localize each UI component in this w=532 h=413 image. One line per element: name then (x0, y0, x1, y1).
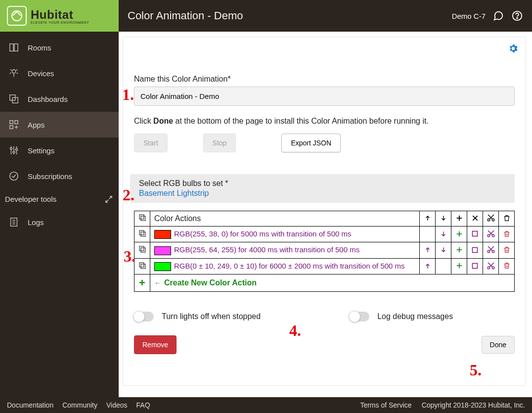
sidebar-item-dashboards[interactable]: Dashboards (0, 86, 119, 112)
box-icon[interactable] (471, 261, 480, 270)
sidebar-item-subscriptions[interactable]: Subscriptions (0, 163, 119, 189)
apps-icon (8, 119, 20, 131)
expand-icon (105, 195, 113, 203)
svg-rect-45 (473, 231, 478, 236)
color-swatch (154, 246, 171, 255)
cut-icon[interactable] (487, 245, 495, 254)
footer-link[interactable]: Documentation (7, 401, 53, 409)
svg-rect-65 (141, 264, 145, 269)
select-bulbs-box[interactable]: Select RGB bulbs to set * Basement Light… (130, 174, 515, 203)
delete-all-icon[interactable] (502, 214, 511, 223)
arrow-up-icon[interactable] (423, 262, 432, 271)
sidebar-item-devices[interactable]: Devices (0, 60, 119, 86)
arrow-down-icon[interactable] (439, 245, 448, 254)
svg-rect-12 (10, 121, 13, 124)
plus-icon[interactable] (455, 229, 464, 238)
footer-tos[interactable]: Terms of Service (360, 401, 411, 409)
move-down-all-icon[interactable] (439, 214, 448, 223)
svg-rect-13 (15, 121, 18, 124)
copy-all-icon[interactable] (138, 213, 147, 222)
brand-tagline: ELEVATE YOUR ENVIRONMENT (31, 21, 89, 24)
toggle-off-when-stopped[interactable] (134, 312, 154, 321)
svg-point-1 (517, 18, 518, 19)
page-title: Color Animation - Demo (119, 9, 243, 22)
arrow-down-icon[interactable] (439, 229, 448, 238)
create-action-row[interactable]: + ←Create New Color Action (134, 274, 515, 291)
cut-icon[interactable] (487, 261, 495, 270)
select-bulbs-label: Select RGB bulbs to set * (139, 179, 508, 188)
arrow-up-icon[interactable] (423, 245, 432, 254)
svg-rect-40 (141, 232, 145, 236)
trash-icon[interactable] (502, 261, 511, 270)
plus-icon[interactable] (455, 261, 464, 270)
svg-rect-3 (14, 44, 18, 51)
sidebar-item-apps[interactable]: Apps (0, 112, 119, 138)
svg-rect-53 (139, 246, 144, 251)
remove-button[interactable]: Remove (134, 335, 177, 354)
svg-rect-52 (141, 248, 145, 252)
main-area: Name this Color Animation* Click Done at… (119, 32, 532, 397)
action-cell[interactable]: RGB(0 ± 10, 249, 0 ± 10) for 6000 ± 2000… (150, 258, 420, 274)
box-icon[interactable] (471, 245, 480, 254)
toggle-debug[interactable] (350, 312, 369, 321)
sidebar-item-rooms[interactable]: Rooms (0, 35, 119, 60)
dashboards-icon (8, 93, 20, 105)
done-button[interactable]: Done (482, 336, 515, 354)
logs-icon (8, 216, 20, 228)
cut-icon[interactable] (487, 229, 495, 238)
toggle-off-when-stopped-label: Turn lights off when stopped (162, 312, 261, 321)
footer-link[interactable]: Community (62, 401, 97, 409)
name-input[interactable] (134, 87, 515, 106)
select-bulbs-value[interactable]: Basement Lightstrip (139, 189, 508, 198)
sidebar-item-label: Apps (28, 121, 44, 129)
action-text: RGB(0 ± 10, 249, 0 ± 10) for 6000 ± 2000… (174, 262, 405, 270)
table-header-label: Color Actions (150, 211, 420, 227)
add-all-icon[interactable] (455, 214, 464, 223)
svg-point-20 (13, 151, 15, 153)
footer-link[interactable]: Videos (106, 401, 128, 409)
trash-icon[interactable] (502, 229, 511, 238)
sidebar-item-label: Devices (28, 69, 54, 78)
copy-icon[interactable] (138, 261, 147, 270)
svg-point-22 (15, 148, 17, 150)
sidebar-item-logs[interactable]: Logs (0, 209, 119, 235)
color-swatch (154, 262, 171, 271)
plus-icon[interactable] (455, 245, 464, 254)
sidebar-item-settings[interactable]: Settings (0, 138, 119, 163)
action-cell[interactable]: RGB(255, 64, 255) for 4000 ms with trans… (150, 242, 420, 258)
color-swatch (154, 230, 171, 239)
cut-all-icon[interactable] (487, 213, 495, 222)
move-up-all-icon[interactable] (423, 214, 432, 223)
svg-point-18 (10, 147, 12, 149)
box-icon[interactable] (471, 229, 480, 238)
close-all-icon[interactable] (471, 214, 480, 223)
logo-badge (7, 6, 27, 26)
footer-copyright: Copyright 2018-2023 Hubitat, Inc. (422, 401, 525, 409)
create-action-label: Create New Color Action (164, 278, 257, 287)
action-cell[interactable]: RGB(255, 38, 0) for 5000 ms with transit… (150, 227, 420, 242)
footer-link[interactable]: FAQ (136, 401, 150, 409)
chat-icon[interactable] (492, 10, 504, 22)
copy-icon[interactable] (138, 245, 147, 254)
svg-rect-41 (139, 230, 144, 235)
rooms-icon (8, 42, 20, 53)
sidebar-item-label: Logs (28, 218, 44, 227)
svg-rect-70 (473, 263, 478, 268)
svg-point-23 (10, 172, 18, 181)
name-label: Name this Color Animation* (134, 75, 515, 84)
developer-tools-label: Developer tools (5, 195, 56, 203)
toggle-debug-label: Log debug messages (377, 312, 453, 321)
logo[interactable]: Hubitat ELEVATE YOUR ENVIRONMENT (0, 0, 119, 32)
help-icon[interactable] (511, 10, 523, 22)
export-json-button[interactable]: Export JSON (281, 134, 341, 152)
action-text: RGB(255, 38, 0) for 5000 ms with transit… (174, 229, 352, 238)
svg-point-4 (12, 70, 15, 73)
developer-tools-toggle[interactable]: Developer tools (0, 189, 119, 209)
trash-icon[interactable] (502, 245, 511, 254)
copy-icon[interactable] (138, 229, 147, 238)
hub-name: Demo C-7 (452, 12, 486, 20)
table-row: RGB(255, 38, 0) for 5000 ms with transit… (134, 227, 515, 242)
gear-icon[interactable] (508, 43, 519, 54)
svg-line-7 (17, 73, 18, 74)
table-row: RGB(0 ± 10, 249, 0 ± 10) for 6000 ± 2000… (134, 258, 515, 274)
